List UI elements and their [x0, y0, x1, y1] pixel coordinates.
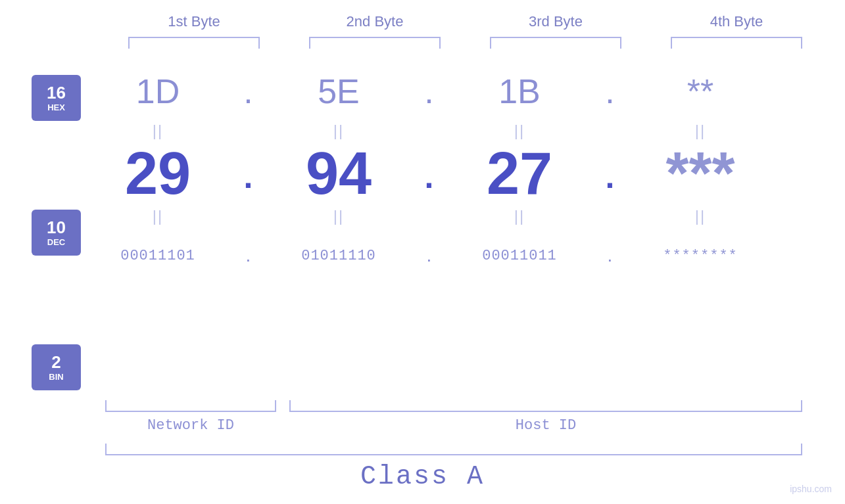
bin-row: 00011101 . 01011110 . 00011011 .: [85, 226, 845, 285]
bin-dot-2: .: [411, 245, 447, 266]
sep-3: ||: [447, 122, 592, 140]
content-area: 16 HEX 10 DEC 2 BIN: [0, 62, 845, 397]
bin-base-number: 2: [51, 353, 60, 372]
hex-val-4: **: [628, 72, 773, 111]
dec-base-name: DEC: [47, 237, 65, 247]
bracket-1: [128, 37, 260, 49]
bin-dot-3: .: [592, 245, 628, 266]
dec-dot-3: .: [592, 158, 628, 189]
dec-badge: 10 DEC: [32, 210, 81, 256]
network-host-labels: Network ID Host ID: [105, 417, 802, 434]
dec-val-2: 94: [266, 144, 411, 203]
dec-val-1: 29: [85, 144, 230, 203]
sep2-1: ||: [85, 207, 230, 225]
class-label: Class A: [0, 462, 845, 492]
sep-row-2: || || || ||: [85, 206, 845, 226]
sep2-3: ||: [447, 207, 592, 225]
hex-dot-1: .: [230, 72, 266, 111]
top-brackets: [104, 37, 827, 49]
hex-val-3: 1B: [447, 72, 592, 111]
dec-val-3: 27: [447, 144, 592, 203]
byte-label-3: 3rd Byte: [483, 13, 628, 30]
sep-2: ||: [266, 122, 411, 140]
sep-1: ||: [85, 122, 230, 140]
host-bracket: [289, 400, 802, 412]
hex-val-2: 5E: [266, 72, 411, 111]
network-id-label: Network ID: [105, 417, 276, 434]
sep2-4: ||: [628, 207, 773, 225]
hex-base-number: 16: [47, 83, 66, 103]
bracket-2: [309, 37, 441, 49]
bin-val-4: ********: [628, 248, 773, 264]
bin-val-2: 01011110: [266, 248, 411, 264]
bottom-area: Network ID Host ID Class A: [0, 400, 845, 492]
dec-dot-2: .: [411, 158, 447, 189]
hex-val-1: 1D: [85, 72, 230, 111]
bracket-4: [671, 37, 802, 49]
values-grid: 1D . 5E . 1B . **: [85, 62, 845, 397]
hex-badge: 16 HEX: [32, 75, 81, 121]
network-host-brackets: [105, 400, 802, 412]
base-labels: 16 HEX 10 DEC 2 BIN: [0, 68, 85, 397]
header-row: 1st Byte 2nd Byte 3rd Byte 4th Byte: [104, 13, 827, 30]
bin-val-3: 00011011: [447, 248, 592, 264]
bin-base-name: BIN: [49, 372, 63, 382]
bin-badge: 2 BIN: [32, 344, 81, 390]
main-container: 1st Byte 2nd Byte 3rd Byte 4th Byte 16 H…: [0, 0, 845, 504]
hex-dot-2: .: [411, 72, 447, 111]
byte-label-4: 4th Byte: [664, 13, 809, 30]
watermark: ipshu.com: [790, 484, 832, 494]
bin-dot-1: .: [230, 245, 266, 266]
hex-row: 1D . 5E . 1B . **: [85, 62, 845, 121]
sep-row-1: || || || ||: [85, 121, 845, 141]
byte-label-1: 1st Byte: [122, 13, 266, 30]
hex-base-name: HEX: [47, 103, 65, 112]
byte-label-2: 2nd Byte: [302, 13, 447, 30]
hex-dot-3: .: [592, 72, 628, 111]
bin-val-1: 00011101: [85, 248, 230, 264]
host-id-label: Host ID: [289, 417, 802, 434]
dec-dot-1: .: [230, 158, 266, 189]
class-bracket: [105, 444, 802, 455]
bracket-3: [490, 37, 621, 49]
dec-base-number: 10: [47, 218, 66, 237]
dec-row: 29 . 94 . 27 . ***: [85, 141, 845, 206]
dec-val-4: ***: [628, 144, 773, 203]
network-bracket: [105, 400, 276, 412]
sep2-2: ||: [266, 207, 411, 225]
sep-4: ||: [628, 122, 773, 140]
